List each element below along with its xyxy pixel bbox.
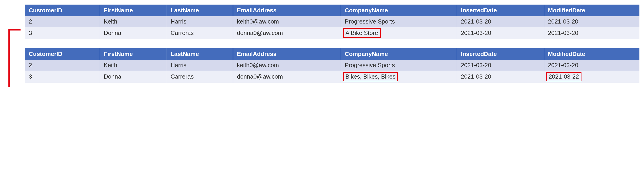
- cell-company: Progressive Sports: [341, 16, 457, 27]
- col-email: EmailAddress: [233, 48, 341, 60]
- col-last-name: LastName: [167, 5, 233, 16]
- cell-last-name: Harris: [167, 16, 233, 27]
- header-row: CustomerID FirstName LastName EmailAddre…: [25, 5, 640, 16]
- tbody-after: 2KeithHarriskeith0@aw.comProgressive Spo…: [25, 60, 640, 83]
- highlight-box: Bikes, Bikes, Bikes: [343, 72, 398, 81]
- cell-first-name: Keith: [100, 16, 167, 27]
- cell-inserted: 2021-03-20: [457, 27, 544, 39]
- cell-modified: 2021-03-20: [544, 27, 640, 39]
- cell-company: A Bike Store: [341, 27, 457, 39]
- col-company: CompanyName: [341, 48, 457, 60]
- highlight-box: A Bike Store: [343, 28, 381, 38]
- cell-email: keith0@aw.com: [233, 60, 341, 71]
- col-company: CompanyName: [341, 5, 457, 16]
- table-row: 2KeithHarriskeith0@aw.comProgressive Spo…: [25, 60, 640, 71]
- cell-first-name: Donna: [100, 27, 167, 39]
- col-modified: ModifiedDate: [544, 48, 640, 60]
- change-arrow-icon: [7, 30, 25, 87]
- cell-last-name: Carreras: [167, 27, 233, 39]
- col-first-name: FirstName: [100, 48, 167, 60]
- table-row: 3DonnaCarrerasdonna0@aw.comA Bike Store2…: [25, 27, 640, 39]
- table-after: CustomerID FirstName LastName EmailAddre…: [25, 48, 640, 83]
- cell-modified: 2021-03-22: [544, 71, 640, 83]
- col-first-name: FirstName: [100, 5, 167, 16]
- tbody-before: 2KeithHarriskeith0@aw.comProgressive Spo…: [25, 16, 640, 39]
- col-customer-id: CustomerID: [25, 48, 100, 60]
- cell-customer-id: 3: [25, 27, 100, 39]
- col-last-name: LastName: [167, 48, 233, 60]
- table-row: 3DonnaCarrerasdonna0@aw.comBikes, Bikes,…: [25, 71, 640, 83]
- cell-inserted: 2021-03-20: [457, 71, 544, 83]
- cell-inserted: 2021-03-20: [457, 16, 544, 27]
- cell-email: donna0@aw.com: [233, 27, 341, 39]
- col-inserted: InsertedDate: [457, 5, 544, 16]
- cell-first-name: Keith: [100, 60, 167, 71]
- col-inserted: InsertedDate: [457, 48, 544, 60]
- cell-modified: 2021-03-20: [544, 60, 640, 71]
- cell-customer-id: 2: [25, 16, 100, 27]
- highlight-box: 2021-03-22: [546, 72, 582, 81]
- col-customer-id: CustomerID: [25, 5, 100, 16]
- cell-customer-id: 3: [25, 71, 100, 83]
- col-email: EmailAddress: [233, 5, 341, 16]
- cell-last-name: Harris: [167, 60, 233, 71]
- table-row: 2KeithHarriskeith0@aw.comProgressive Spo…: [25, 16, 640, 27]
- col-modified: ModifiedDate: [544, 5, 640, 16]
- cell-customer-id: 2: [25, 60, 100, 71]
- cell-company: Bikes, Bikes, Bikes: [341, 71, 457, 83]
- cell-last-name: Carreras: [167, 71, 233, 83]
- table-before: CustomerID FirstName LastName EmailAddre…: [25, 5, 640, 39]
- cell-company: Progressive Sports: [341, 60, 457, 71]
- cell-first-name: Donna: [100, 71, 167, 83]
- cell-modified: 2021-03-20: [544, 16, 640, 27]
- cell-email: keith0@aw.com: [233, 16, 341, 27]
- header-row: CustomerID FirstName LastName EmailAddre…: [25, 48, 640, 60]
- cell-inserted: 2021-03-20: [457, 60, 544, 71]
- cell-email: donna0@aw.com: [233, 71, 341, 83]
